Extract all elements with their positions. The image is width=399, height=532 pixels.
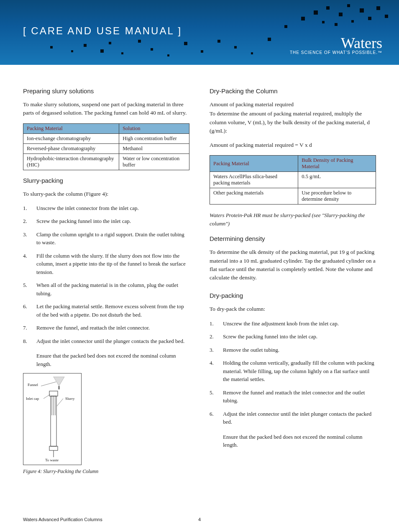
list-dry-pack-steps: Unscrew the fine adjustment knob from th… bbox=[210, 320, 376, 426]
figure-caption: Figure 4: Slurry-Packing the Column bbox=[23, 468, 189, 475]
column-diagram-icon bbox=[23, 373, 82, 466]
heading-determining-density: Determining density bbox=[210, 235, 376, 242]
list-item: Adjust the inlet connector until the plu… bbox=[23, 337, 189, 345]
text-packed-bed-note-2: Ensure that the packed bed does not exce… bbox=[210, 433, 376, 449]
heading-preparing-slurry: Preparing slurry solutions bbox=[23, 87, 189, 95]
text-density-procedure: To determine the ulk density of the pack… bbox=[210, 248, 376, 282]
table-row: Other packing materials Use procedure be… bbox=[210, 188, 376, 205]
list-item: Unscrew the inlet connector from the inl… bbox=[23, 204, 189, 212]
header-brand: Waters THE SCIENCE OF WHAT'S POSSIBLE.™ bbox=[290, 34, 382, 55]
text-formula: Amount of packing material required = V … bbox=[210, 141, 376, 149]
text-amount-required: Amount of packing material required bbox=[210, 100, 376, 109]
table-row: Ion-exchange chromatography High concent… bbox=[23, 133, 189, 143]
heading-dry-packing: Dry-packing bbox=[210, 292, 376, 299]
table-slurry-solutions: Packing Material Solution Ion-exchange c… bbox=[23, 123, 189, 170]
svg-line-11 bbox=[57, 399, 63, 406]
page-number: 4 bbox=[198, 517, 201, 522]
list-item: Remove the funnel, and reattach the inle… bbox=[23, 324, 189, 332]
left-column: Preparing slurry solutions To make slurr… bbox=[23, 86, 189, 483]
list-item: Adjust the inlet connector until the inl… bbox=[210, 410, 376, 426]
text-determine-amount: To determine the amount of packing mater… bbox=[210, 110, 376, 135]
th-bulk-density: Bulk Density of Packing Material bbox=[298, 156, 376, 172]
list-item: Screw the packing funnel into the inlet … bbox=[210, 332, 376, 341]
svg-rect-2 bbox=[49, 391, 58, 396]
list-item: Holding the column vertically, gradually… bbox=[210, 359, 376, 384]
svg-line-10 bbox=[43, 394, 50, 399]
list-slurry-steps: Unscrew the inlet connector from the inl… bbox=[23, 204, 189, 345]
list-item: Remove the outlet tubing. bbox=[210, 346, 376, 354]
figure-4: Funnel Inlet cap Slurry To waste bbox=[23, 373, 82, 465]
footer-title: Waters Advanced Purification Columns bbox=[23, 517, 102, 522]
header-title: [ CARE AND USE MANUAL ] bbox=[23, 25, 182, 37]
text-packed-bed-note: Ensure that the packed bed does not exce… bbox=[23, 352, 189, 368]
fig-label-inlet-cap: Inlet cap bbox=[26, 396, 39, 401]
page-footer: Waters Advanced Purification Columns 4 bbox=[23, 517, 376, 522]
brand-tagline: THE SCIENCE OF WHAT'S POSSIBLE.™ bbox=[290, 50, 382, 55]
table-row: Waters AccellPlus silica-based packing m… bbox=[210, 172, 376, 188]
table-row: Hydrophobic-interaction chromatography (… bbox=[23, 153, 189, 170]
th-packing-material: Packing Material bbox=[23, 123, 119, 133]
page-header: [ CARE AND USE MANUAL ] Waters THE SCIEN… bbox=[0, 0, 399, 65]
table-row: Reversed-phase chromatography Methanol bbox=[23, 143, 189, 153]
list-item: Remove the funnel and reattach the inlet… bbox=[210, 389, 376, 405]
text-dry-pack-intro: To dry-pack the column: bbox=[210, 305, 376, 313]
list-item: Let the packing material settle. Remove … bbox=[23, 302, 189, 319]
fig-label-slurry: Slurry bbox=[65, 396, 75, 401]
svg-rect-7 bbox=[49, 446, 58, 450]
text-slurry-pack-intro: To slurry-pack the column (Figure 4): bbox=[23, 190, 189, 198]
fig-label-funnel: Funnel bbox=[28, 383, 38, 387]
svg-marker-0 bbox=[54, 377, 64, 386]
list-item: Fill the column with the slurry. If the … bbox=[23, 252, 189, 276]
text-slurry-intro: To make slurry solutions, suspend one pa… bbox=[23, 100, 189, 118]
text-protein-pak-note: Waters Protein-Pak HR must be slurry-pac… bbox=[210, 211, 376, 228]
fig-label-to-waste: To waste bbox=[45, 458, 59, 462]
right-column: Dry-Packing the Column Amount of packing… bbox=[210, 86, 376, 483]
heading-slurry-packing: Slurry-packing bbox=[23, 177, 189, 184]
list-item: When all of the packing material is in t… bbox=[23, 281, 189, 297]
list-item: Clamp the column upright to a rigid supp… bbox=[23, 230, 189, 247]
list-item: Unscrew the fine adjustment knob from th… bbox=[210, 320, 376, 328]
th-solution: Solution bbox=[119, 123, 189, 133]
table-bulk-density: Packing Material Bulk Density of Packing… bbox=[210, 155, 376, 205]
brand-logo: Waters bbox=[290, 34, 382, 52]
svg-line-9 bbox=[41, 382, 56, 386]
heading-dry-packing-column: Dry-Packing the Column bbox=[210, 87, 376, 95]
svg-rect-1 bbox=[58, 386, 60, 389]
th-packing-material: Packing Material bbox=[210, 156, 298, 172]
list-item: Screw the packing funnel into the inlet … bbox=[23, 217, 189, 225]
page-content: Preparing slurry solutions To make slurr… bbox=[0, 65, 399, 483]
